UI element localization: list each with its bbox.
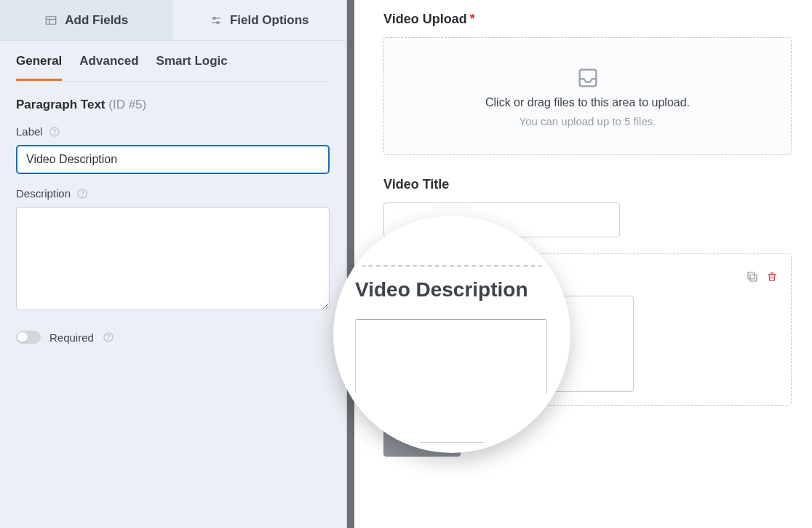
field-actions — [746, 270, 778, 283]
label-text: Label — [16, 125, 43, 138]
lens-content: Video Description — [339, 221, 565, 443]
help-icon[interactable] — [49, 126, 60, 138]
upload-label-text: Video Upload — [383, 12, 467, 26]
upload-main-text: Click or drag files to this area to uplo… — [485, 96, 690, 109]
svg-point-10 — [82, 195, 83, 196]
tab-add-fields-label: Add Fields — [65, 13, 128, 28]
field-id: (ID #5) — [108, 98, 146, 111]
description-input[interactable] — [16, 207, 330, 310]
required-row: Required — [0, 313, 346, 361]
svg-point-12 — [108, 339, 108, 340]
description-text: Description — [16, 187, 71, 200]
subtab-smart-logic[interactable]: Smart Logic — [156, 54, 228, 81]
svg-rect-14 — [748, 272, 755, 279]
title-label: Video Title — [383, 177, 792, 192]
upload-dropzone[interactable]: Click or drag files to this area to uplo… — [383, 37, 792, 155]
svg-rect-13 — [750, 275, 757, 281]
field-type: Paragraph Text — [16, 98, 106, 111]
setting-label: Label — [0, 112, 346, 174]
required-label: Required — [49, 331, 94, 344]
setting-label-row: Label — [16, 125, 330, 138]
label-input[interactable] — [16, 145, 330, 174]
sliders-icon — [210, 14, 223, 27]
inbox-icon — [574, 66, 602, 90]
tab-field-options[interactable]: Field Options — [173, 0, 346, 40]
app-root: Add Fields Field Options General Advance… — [0, 0, 812, 528]
field-heading: Paragraph Text (ID #5) — [0, 82, 346, 112]
subtab-advanced[interactable]: Advanced — [79, 54, 138, 81]
tab-add-fields[interactable]: Add Fields — [0, 0, 173, 40]
lens-heading: Video Description — [355, 278, 547, 302]
sidebar: Add Fields Field Options General Advance… — [0, 0, 347, 528]
svg-rect-0 — [47, 16, 57, 24]
sub-tabs: General Advanced Smart Logic — [0, 41, 346, 81]
required-asterisk: * — [470, 12, 475, 26]
help-icon[interactable] — [76, 188, 88, 200]
upload-sub-text: You can upload up to 5 files. — [520, 115, 656, 127]
lens-textarea — [355, 319, 547, 443]
subtab-general[interactable]: General — [16, 54, 62, 81]
setting-description: Description — [0, 174, 346, 313]
help-icon[interactable] — [103, 331, 114, 343]
fields-icon — [44, 14, 57, 27]
svg-point-8 — [54, 133, 55, 134]
side-tabs: Add Fields Field Options — [0, 0, 346, 41]
tab-field-options-label: Field Options — [230, 13, 309, 28]
upload-label: Video Upload* — [383, 12, 792, 27]
lens-dash — [339, 265, 565, 267]
duplicate-icon[interactable] — [746, 270, 759, 283]
trash-icon[interactable] — [766, 270, 778, 283]
required-toggle[interactable] — [16, 331, 41, 344]
setting-description-row: Description — [16, 187, 330, 200]
field-upload: Video Upload* Click or drag files to thi… — [383, 12, 792, 155]
magnifier-lens: Video Description — [333, 216, 570, 453]
